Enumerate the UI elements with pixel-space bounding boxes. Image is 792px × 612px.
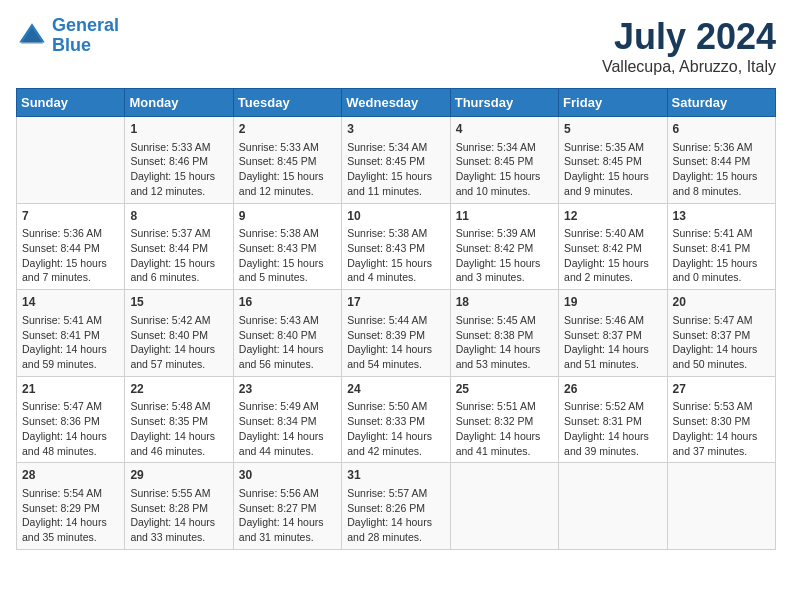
day-info: Sunrise: 5:45 AM Sunset: 8:38 PM Dayligh…	[456, 313, 553, 372]
week-row-3: 14Sunrise: 5:41 AM Sunset: 8:41 PM Dayli…	[17, 290, 776, 377]
day-info: Sunrise: 5:33 AM Sunset: 8:45 PM Dayligh…	[239, 140, 336, 199]
day-info: Sunrise: 5:41 AM Sunset: 8:41 PM Dayligh…	[673, 226, 770, 285]
day-number: 28	[22, 467, 119, 484]
logo: General Blue	[16, 16, 119, 56]
day-number: 1	[130, 121, 227, 138]
week-row-5: 28Sunrise: 5:54 AM Sunset: 8:29 PM Dayli…	[17, 463, 776, 550]
day-info: Sunrise: 5:48 AM Sunset: 8:35 PM Dayligh…	[130, 399, 227, 458]
day-info: Sunrise: 5:50 AM Sunset: 8:33 PM Dayligh…	[347, 399, 444, 458]
day-number: 30	[239, 467, 336, 484]
calendar-cell: 3Sunrise: 5:34 AM Sunset: 8:45 PM Daylig…	[342, 117, 450, 204]
day-info: Sunrise: 5:43 AM Sunset: 8:40 PM Dayligh…	[239, 313, 336, 372]
day-info: Sunrise: 5:56 AM Sunset: 8:27 PM Dayligh…	[239, 486, 336, 545]
day-info: Sunrise: 5:54 AM Sunset: 8:29 PM Dayligh…	[22, 486, 119, 545]
title-area: July 2024 Vallecupa, Abruzzo, Italy	[602, 16, 776, 76]
day-info: Sunrise: 5:38 AM Sunset: 8:43 PM Dayligh…	[347, 226, 444, 285]
calendar-cell: 14Sunrise: 5:41 AM Sunset: 8:41 PM Dayli…	[17, 290, 125, 377]
calendar-cell	[667, 463, 775, 550]
header-day-sunday: Sunday	[17, 89, 125, 117]
week-row-2: 7Sunrise: 5:36 AM Sunset: 8:44 PM Daylig…	[17, 203, 776, 290]
header-day-monday: Monday	[125, 89, 233, 117]
day-number: 2	[239, 121, 336, 138]
day-number: 13	[673, 208, 770, 225]
calendar-cell: 5Sunrise: 5:35 AM Sunset: 8:45 PM Daylig…	[559, 117, 667, 204]
day-number: 17	[347, 294, 444, 311]
main-title: July 2024	[602, 16, 776, 58]
header-day-friday: Friday	[559, 89, 667, 117]
calendar-cell: 24Sunrise: 5:50 AM Sunset: 8:33 PM Dayli…	[342, 376, 450, 463]
header-day-thursday: Thursday	[450, 89, 558, 117]
calendar-cell: 6Sunrise: 5:36 AM Sunset: 8:44 PM Daylig…	[667, 117, 775, 204]
day-number: 11	[456, 208, 553, 225]
day-number: 15	[130, 294, 227, 311]
calendar-cell: 7Sunrise: 5:36 AM Sunset: 8:44 PM Daylig…	[17, 203, 125, 290]
day-info: Sunrise: 5:53 AM Sunset: 8:30 PM Dayligh…	[673, 399, 770, 458]
day-info: Sunrise: 5:39 AM Sunset: 8:42 PM Dayligh…	[456, 226, 553, 285]
calendar-cell: 16Sunrise: 5:43 AM Sunset: 8:40 PM Dayli…	[233, 290, 341, 377]
day-number: 8	[130, 208, 227, 225]
day-info: Sunrise: 5:51 AM Sunset: 8:32 PM Dayligh…	[456, 399, 553, 458]
calendar-cell: 2Sunrise: 5:33 AM Sunset: 8:45 PM Daylig…	[233, 117, 341, 204]
day-number: 25	[456, 381, 553, 398]
day-number: 12	[564, 208, 661, 225]
day-number: 6	[673, 121, 770, 138]
logo-text: General Blue	[52, 16, 119, 56]
day-number: 5	[564, 121, 661, 138]
calendar-cell: 13Sunrise: 5:41 AM Sunset: 8:41 PM Dayli…	[667, 203, 775, 290]
day-number: 9	[239, 208, 336, 225]
calendar-cell: 28Sunrise: 5:54 AM Sunset: 8:29 PM Dayli…	[17, 463, 125, 550]
day-info: Sunrise: 5:44 AM Sunset: 8:39 PM Dayligh…	[347, 313, 444, 372]
day-info: Sunrise: 5:37 AM Sunset: 8:44 PM Dayligh…	[130, 226, 227, 285]
day-number: 21	[22, 381, 119, 398]
day-info: Sunrise: 5:34 AM Sunset: 8:45 PM Dayligh…	[456, 140, 553, 199]
header-day-wednesday: Wednesday	[342, 89, 450, 117]
week-row-1: 1Sunrise: 5:33 AM Sunset: 8:46 PM Daylig…	[17, 117, 776, 204]
day-number: 31	[347, 467, 444, 484]
day-number: 22	[130, 381, 227, 398]
calendar-cell: 10Sunrise: 5:38 AM Sunset: 8:43 PM Dayli…	[342, 203, 450, 290]
day-info: Sunrise: 5:49 AM Sunset: 8:34 PM Dayligh…	[239, 399, 336, 458]
calendar-cell: 23Sunrise: 5:49 AM Sunset: 8:34 PM Dayli…	[233, 376, 341, 463]
subtitle: Vallecupa, Abruzzo, Italy	[602, 58, 776, 76]
calendar-cell: 29Sunrise: 5:55 AM Sunset: 8:28 PM Dayli…	[125, 463, 233, 550]
calendar-cell: 21Sunrise: 5:47 AM Sunset: 8:36 PM Dayli…	[17, 376, 125, 463]
header-row: SundayMondayTuesdayWednesdayThursdayFrid…	[17, 89, 776, 117]
calendar-cell: 15Sunrise: 5:42 AM Sunset: 8:40 PM Dayli…	[125, 290, 233, 377]
day-number: 7	[22, 208, 119, 225]
calendar-cell: 26Sunrise: 5:52 AM Sunset: 8:31 PM Dayli…	[559, 376, 667, 463]
day-number: 3	[347, 121, 444, 138]
calendar-table: SundayMondayTuesdayWednesdayThursdayFrid…	[16, 88, 776, 550]
day-number: 27	[673, 381, 770, 398]
calendar-cell: 1Sunrise: 5:33 AM Sunset: 8:46 PM Daylig…	[125, 117, 233, 204]
day-number: 29	[130, 467, 227, 484]
day-info: Sunrise: 5:47 AM Sunset: 8:37 PM Dayligh…	[673, 313, 770, 372]
calendar-cell: 22Sunrise: 5:48 AM Sunset: 8:35 PM Dayli…	[125, 376, 233, 463]
day-info: Sunrise: 5:40 AM Sunset: 8:42 PM Dayligh…	[564, 226, 661, 285]
calendar-cell: 27Sunrise: 5:53 AM Sunset: 8:30 PM Dayli…	[667, 376, 775, 463]
day-info: Sunrise: 5:41 AM Sunset: 8:41 PM Dayligh…	[22, 313, 119, 372]
calendar-cell: 20Sunrise: 5:47 AM Sunset: 8:37 PM Dayli…	[667, 290, 775, 377]
day-number: 16	[239, 294, 336, 311]
calendar-cell	[559, 463, 667, 550]
day-number: 24	[347, 381, 444, 398]
day-number: 4	[456, 121, 553, 138]
day-info: Sunrise: 5:38 AM Sunset: 8:43 PM Dayligh…	[239, 226, 336, 285]
day-number: 23	[239, 381, 336, 398]
day-info: Sunrise: 5:46 AM Sunset: 8:37 PM Dayligh…	[564, 313, 661, 372]
calendar-cell: 19Sunrise: 5:46 AM Sunset: 8:37 PM Dayli…	[559, 290, 667, 377]
calendar-cell: 9Sunrise: 5:38 AM Sunset: 8:43 PM Daylig…	[233, 203, 341, 290]
calendar-cell: 18Sunrise: 5:45 AM Sunset: 8:38 PM Dayli…	[450, 290, 558, 377]
header-day-saturday: Saturday	[667, 89, 775, 117]
day-info: Sunrise: 5:34 AM Sunset: 8:45 PM Dayligh…	[347, 140, 444, 199]
calendar-cell	[17, 117, 125, 204]
calendar-cell	[450, 463, 558, 550]
day-number: 19	[564, 294, 661, 311]
logo-icon	[16, 20, 48, 52]
day-info: Sunrise: 5:35 AM Sunset: 8:45 PM Dayligh…	[564, 140, 661, 199]
calendar-cell: 12Sunrise: 5:40 AM Sunset: 8:42 PM Dayli…	[559, 203, 667, 290]
day-number: 26	[564, 381, 661, 398]
calendar-cell: 4Sunrise: 5:34 AM Sunset: 8:45 PM Daylig…	[450, 117, 558, 204]
calendar-cell: 8Sunrise: 5:37 AM Sunset: 8:44 PM Daylig…	[125, 203, 233, 290]
calendar-cell: 11Sunrise: 5:39 AM Sunset: 8:42 PM Dayli…	[450, 203, 558, 290]
calendar-cell: 31Sunrise: 5:57 AM Sunset: 8:26 PM Dayli…	[342, 463, 450, 550]
